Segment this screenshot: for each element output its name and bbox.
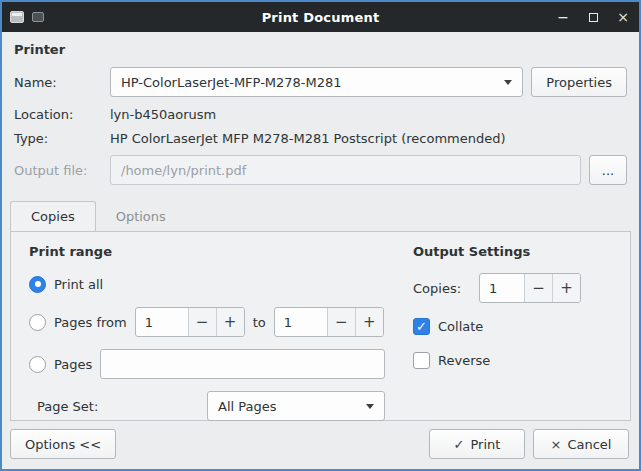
chevron-down-icon <box>504 80 512 85</box>
collate-row: ✓ Collate <box>413 315 618 337</box>
collate-label: Collate <box>438 319 483 334</box>
printer-name-row: Name: HP-ColorLaserJet-MFP-M278-M281 Pro… <box>2 67 639 97</box>
page-set-label: Page Set: <box>37 399 98 414</box>
pages-to-value[interactable]: 1 <box>275 308 327 336</box>
app-icon <box>10 11 24 23</box>
close-button[interactable]: × <box>615 9 631 25</box>
collate-checkbox[interactable]: ✓ <box>413 318 430 335</box>
pages-from-increment-button[interactable]: + <box>216 308 244 336</box>
pages-from-label: Pages from <box>54 315 127 330</box>
printer-name-value: HP-ColorLaserJet-MFP-M278-M281 <box>121 75 496 90</box>
close-icon: × <box>551 437 562 452</box>
maximize-icon <box>589 13 598 22</box>
cancel-button[interactable]: × Cancel <box>533 429 629 459</box>
page-set-value: All Pages <box>218 399 358 414</box>
reverse-row: Reverse <box>413 349 618 371</box>
copies-row: Copies: 1 − + <box>413 273 618 303</box>
titlebar: Print Document − × <box>2 2 639 32</box>
dialog-footer: Options << ✓ Print × Cancel <box>2 421 639 469</box>
pages-to-spinner: 1 − + <box>274 307 384 337</box>
printer-name-label: Name: <box>14 75 110 90</box>
output-file-label: Output file: <box>14 163 110 178</box>
reverse-checkbox[interactable] <box>413 352 430 369</box>
printer-location-row: Location: lyn-b450aorusm <box>2 103 639 125</box>
print-all-row: Print all <box>29 273 399 295</box>
pages-to-decrement-button[interactable]: − <box>327 308 355 336</box>
copies-decrement-button[interactable]: − <box>524 274 552 302</box>
check-icon: ✓ <box>416 319 427 334</box>
check-icon: ✓ <box>454 437 465 452</box>
page-set-row: Page Set: All Pages <box>29 391 399 421</box>
printer-name-combobox[interactable]: HP-ColorLaserJet-MFP-M278-M281 <box>110 67 523 97</box>
copies-tab-panel: Print range Print all Pages from 1 − + t… <box>10 231 631 421</box>
pages-from-row: Pages from 1 − + to 1 − + <box>29 307 399 337</box>
printer-location-label: Location: <box>14 107 110 122</box>
maximize-button[interactable] <box>585 9 601 25</box>
reverse-label: Reverse <box>438 353 490 368</box>
options-toggle-button[interactable]: Options << <box>10 429 116 459</box>
pages-row: Pages <box>29 349 399 379</box>
chevron-down-icon <box>366 404 374 409</box>
copies-increment-button[interactable]: + <box>552 274 580 302</box>
minimize-button[interactable]: − <box>555 9 571 25</box>
browse-button[interactable]: ... <box>589 155 627 185</box>
output-file-field[interactable]: /home/lyn/print.pdf <box>110 155 581 185</box>
output-settings-group: Output Settings Copies: 1 − + ✓ Collate … <box>403 232 630 420</box>
printer-location-value: lyn-b450aorusm <box>110 107 627 122</box>
tab-options[interactable]: Options <box>96 201 186 231</box>
window-menu-icon[interactable] <box>32 12 44 22</box>
pages-to-label: to <box>253 315 266 330</box>
print-dialog: Print Document − × Printer Name: HP-Colo… <box>0 0 641 471</box>
pages-input[interactable] <box>100 349 385 379</box>
properties-button[interactable]: Properties <box>531 67 627 97</box>
output-settings-heading: Output Settings <box>413 244 618 259</box>
print-button-label: Print <box>471 437 501 452</box>
copies-label: Copies: <box>413 281 471 296</box>
window-title: Print Document <box>100 10 541 25</box>
pages-to-increment-button[interactable]: + <box>355 308 383 336</box>
dialog-body: Printer Name: HP-ColorLaserJet-MFP-M278-… <box>2 32 639 469</box>
print-range-heading: Print range <box>29 244 399 259</box>
print-all-radio[interactable] <box>29 276 46 293</box>
pages-radio[interactable] <box>29 356 46 373</box>
print-range-group: Print range Print all Pages from 1 − + t… <box>11 232 403 420</box>
cancel-button-label: Cancel <box>567 437 611 452</box>
print-all-label: Print all <box>54 277 103 292</box>
printer-type-row: Type: HP ColorLaserJet MFP M278-M281 Pos… <box>2 127 639 149</box>
printer-type-label: Type: <box>14 131 110 146</box>
tab-copies[interactable]: Copies <box>10 201 96 231</box>
pages-from-value[interactable]: 1 <box>136 308 188 336</box>
output-file-row: Output file: /home/lyn/print.pdf ... <box>2 155 639 185</box>
tab-bar: Copies Options <box>10 201 639 231</box>
printer-heading: Printer <box>2 42 639 57</box>
page-set-combobox[interactable]: All Pages <box>207 391 385 421</box>
pages-from-radio[interactable] <box>29 314 46 331</box>
pages-from-decrement-button[interactable]: − <box>188 308 216 336</box>
print-button[interactable]: ✓ Print <box>429 429 525 459</box>
pages-label: Pages <box>54 357 92 372</box>
pages-from-spinner: 1 − + <box>135 307 245 337</box>
printer-type-value: HP ColorLaserJet MFP M278-M281 Postscrip… <box>110 131 627 146</box>
copies-value[interactable]: 1 <box>480 274 524 302</box>
copies-spinner: 1 − + <box>479 273 581 303</box>
